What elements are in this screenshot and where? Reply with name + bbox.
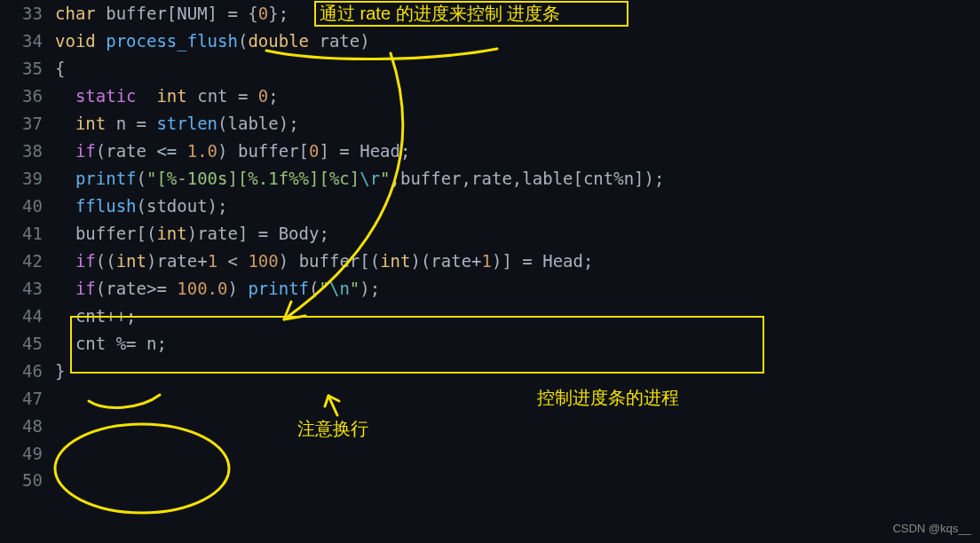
watermark: CSDN @kqs__ — [893, 519, 971, 538]
code-area[interactable]: char buffer[NUM] = {0}; void process_flu… — [55, 0, 980, 385]
code-editor: 33 34 35 36 37 38 39 40 41 42 43 44 45 4… — [0, 0, 980, 543]
line-number: 38 — [0, 138, 55, 165]
line-number: 34 — [0, 28, 55, 55]
line-number: 41 — [0, 220, 55, 248]
line-number: 47 — [0, 385, 55, 413]
annotation-ellipse — [55, 424, 229, 513]
annotation-small-arrow — [328, 396, 337, 415]
line-number: 39 — [0, 165, 55, 193]
code-line: void process_flush(double rate) — [55, 28, 980, 55]
line-number: 48 — [0, 413, 55, 440]
code-line: static int cnt = 0; — [55, 83, 980, 110]
line-number: 44 — [0, 303, 55, 330]
code-line: int n = strlen(lable); — [55, 110, 980, 138]
line-number: 35 — [0, 55, 55, 83]
line-number-gutter: 33 34 35 36 37 38 39 40 41 42 43 44 45 4… — [0, 0, 55, 543]
line-number: 37 — [0, 110, 55, 138]
code-line: cnt++; — [55, 303, 980, 330]
line-number: 49 — [0, 440, 55, 468]
annotation-small-arrow-head — [325, 396, 339, 406]
annotation-text-right: 控制进度条的进程 — [537, 388, 679, 407]
annotation-text-mid: 注意换行 — [297, 419, 368, 438]
code-line: { — [55, 55, 980, 83]
code-line: printf("[%-100s][%.1f%%][%c]\r",buffer,r… — [55, 165, 980, 193]
line-number: 45 — [0, 330, 55, 358]
line-number: 33 — [0, 0, 55, 28]
code-line: cnt %= n; — [55, 330, 980, 358]
line-number: 43 — [0, 275, 55, 303]
code-line: } — [55, 358, 980, 385]
line-number: 36 — [0, 83, 55, 110]
line-number: 50 — [0, 467, 55, 494]
code-line: char buffer[NUM] = {0}; — [55, 0, 980, 28]
line-number: 42 — [0, 248, 55, 275]
code-line: buffer[(int)rate] = Body; — [55, 220, 980, 248]
line-number: 46 — [0, 358, 55, 385]
code-line: fflush(stdout); — [55, 193, 980, 220]
line-number: 40 — [0, 193, 55, 220]
code-line: if((int)rate+1 < 100) buffer[(int)(rate+… — [55, 248, 980, 275]
code-line: if(rate <= 1.0) buffer[0] = Head; — [55, 138, 980, 165]
annotation-scribble — [89, 395, 160, 407]
code-line: if(rate>= 100.0) printf("\n"); — [55, 275, 980, 303]
